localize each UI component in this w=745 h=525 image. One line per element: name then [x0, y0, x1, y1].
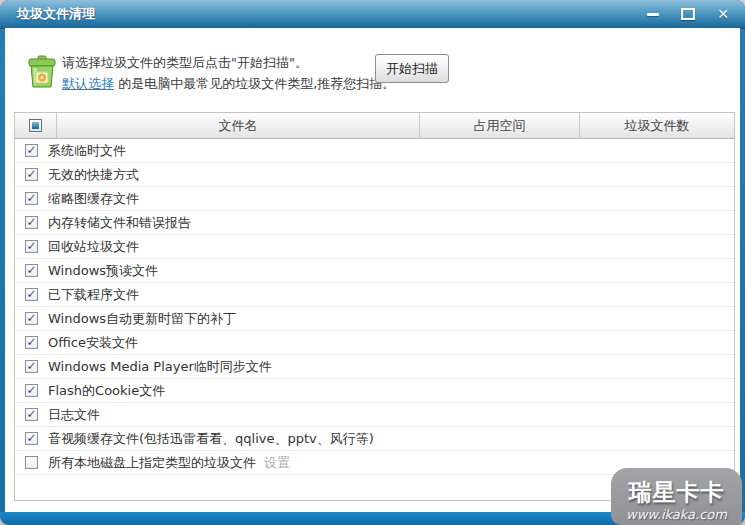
row-checkbox[interactable]: ✓: [25, 240, 38, 253]
table-body: ✓ 系统临时文件 ✓ 无效的快捷方式 ✓ 缩略图缓存文件 ✓ 内存转储文件和错误…: [15, 139, 734, 475]
table-row[interactable]: ✓ 系统临时文件: [15, 139, 734, 163]
brand-url: www.ikaka.com: [611, 507, 742, 522]
row-checkbox[interactable]: ✓: [25, 336, 38, 349]
table-row[interactable]: ✓ 音视频缓存文件(包括迅雷看看、qqlive、pptv、风行等): [15, 427, 734, 451]
row-label: Windows Media Player临时同步文件: [48, 358, 272, 376]
table-row[interactable]: ✓ Windows自动更新时留下的补丁: [15, 307, 734, 331]
start-scan-button[interactable]: 开始扫描: [375, 54, 449, 83]
row-checkbox[interactable]: ✓: [25, 216, 38, 229]
junk-cleanup-window: 垃圾文件清理 ✕ 请选择垃圾文件的类型后点击"开始扫描"。 默认选择 的是电脑中…: [0, 0, 745, 525]
table-row[interactable]: ✓ Windows预读文件: [15, 259, 734, 283]
row-label: 音视频缓存文件(包括迅雷看看、qqlive、pptv、风行等): [48, 430, 374, 448]
row-label: 已下载程序文件: [48, 286, 139, 304]
brand-watermark: 瑞星卡卡 www.ikaka.com: [611, 468, 742, 525]
minimize-icon: [647, 13, 659, 16]
row-checkbox[interactable]: ✓: [25, 264, 38, 277]
intro-line2: 默认选择 的是电脑中最常见的垃圾文件类型,推荐您扫描。: [62, 73, 395, 94]
recycle-bin-icon: [25, 55, 59, 89]
row-label: 日志文件: [48, 406, 100, 424]
row-checkbox[interactable]: ✓: [25, 144, 38, 157]
content-area: 请选择垃圾文件的类型后点击"开始扫描"。 默认选择 的是电脑中最常见的垃圾文件类…: [5, 28, 740, 512]
close-button[interactable]: ✕: [715, 6, 731, 22]
table-row[interactable]: ✓ Office安装文件: [15, 331, 734, 355]
row-label: 回收站垃圾文件: [48, 238, 139, 256]
default-select-link[interactable]: 默认选择: [62, 76, 114, 91]
table-row[interactable]: ✓ 已下载程序文件: [15, 283, 734, 307]
maximize-icon: [681, 8, 695, 20]
row-checkbox[interactable]: ✓: [25, 384, 38, 397]
junk-file-table: 文件名 占用空间 垃圾文件数 ✓ 系统临时文件 ✓ 无效的快捷方式 ✓ 缩略图缓…: [14, 112, 735, 501]
table-row[interactable]: ✓ 日志文件: [15, 403, 734, 427]
row-checkbox[interactable]: ✓: [25, 432, 38, 445]
select-all-checkbox[interactable]: [29, 119, 42, 132]
row-label: 系统临时文件: [48, 142, 126, 160]
window-title: 垃圾文件清理: [17, 0, 95, 28]
row-checkbox[interactable]: ✓: [25, 312, 38, 325]
intro-line2-rest: 的是电脑中最常见的垃圾文件类型,推荐您扫描。: [114, 76, 395, 91]
window-controls: ✕: [645, 0, 731, 28]
column-header-filename[interactable]: 文件名: [56, 113, 419, 138]
row-checkbox[interactable]: ✓: [25, 360, 38, 373]
table-row[interactable]: ✓ 缩略图缓存文件: [15, 187, 734, 211]
column-header-count[interactable]: 垃圾文件数: [579, 113, 734, 138]
table-header: 文件名 占用空间 垃圾文件数: [15, 113, 734, 139]
close-icon: ✕: [717, 6, 729, 22]
table-row[interactable]: ✓ Windows Media Player临时同步文件: [15, 355, 734, 379]
row-checkbox[interactable]: ✓: [25, 192, 38, 205]
row-checkbox[interactable]: ✓: [25, 408, 38, 421]
row-label: Windows自动更新时留下的补丁: [48, 310, 236, 328]
select-all-indeterminate-mark: [32, 122, 39, 129]
minimize-button[interactable]: [645, 6, 661, 22]
row-label: 无效的快捷方式: [48, 166, 139, 184]
table-row[interactable]: ✓ 无效的快捷方式: [15, 163, 734, 187]
select-all-cell: [15, 113, 56, 138]
row-label: 所有本地磁盘上指定类型的垃圾文件: [48, 454, 256, 472]
row-label: 缩略图缓存文件: [48, 190, 139, 208]
maximize-button[interactable]: [680, 6, 696, 22]
row-checkbox[interactable]: [25, 456, 38, 469]
table-row[interactable]: ✓ 内存转储文件和错误报告: [15, 211, 734, 235]
brand-name: 瑞星卡卡: [611, 477, 742, 508]
intro-text: 请选择垃圾文件的类型后点击"开始扫描"。 默认选择 的是电脑中最常见的垃圾文件类…: [62, 52, 395, 94]
row-checkbox[interactable]: ✓: [25, 288, 38, 301]
row-extra-link[interactable]: 设置: [264, 454, 290, 472]
row-label: Flash的Cookie文件: [48, 382, 165, 400]
column-header-space[interactable]: 占用空间: [419, 113, 579, 138]
row-checkbox[interactable]: ✓: [25, 168, 38, 181]
row-label: 内存转储文件和错误报告: [48, 214, 191, 232]
table-row[interactable]: ✓ Flash的Cookie文件: [15, 379, 734, 403]
row-label: Windows预读文件: [48, 262, 158, 280]
row-label: Office安装文件: [48, 334, 138, 352]
intro-line1: 请选择垃圾文件的类型后点击"开始扫描"。: [62, 52, 395, 73]
titlebar: 垃圾文件清理 ✕: [0, 0, 745, 29]
table-row[interactable]: ✓ 回收站垃圾文件: [15, 235, 734, 259]
